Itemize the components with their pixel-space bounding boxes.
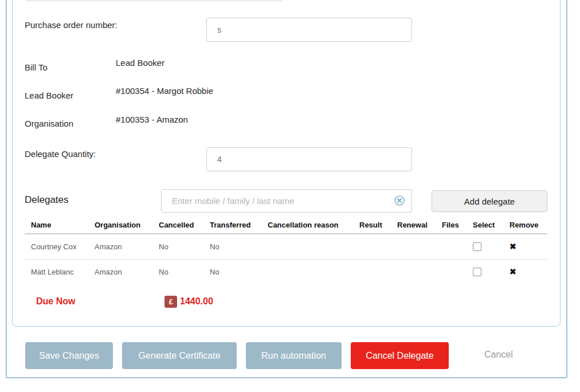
cell-cancellation-reason: [268, 234, 359, 259]
cell-result: [359, 234, 397, 259]
circled-x-clear-icon[interactable]: [394, 195, 405, 206]
col-header-cancellation-reason: Cancellation reason: [268, 217, 359, 234]
save-changes-button[interactable]: Save Changes: [25, 342, 113, 369]
cell-files: [442, 234, 473, 259]
add-delegate-button[interactable]: Add delegate: [432, 190, 547, 212]
due-now-amount: 1440.00: [180, 296, 213, 307]
delegates-table: Name Organisation Cancelled Transferred …: [25, 217, 547, 284]
lead-booker-value: #100354 - Margot Robbie: [116, 86, 213, 96]
col-header-cancelled: Cancelled: [159, 217, 210, 234]
currency-badge: £: [164, 296, 177, 308]
col-header-select: Select: [473, 217, 510, 234]
remove-delegate-icon[interactable]: ✖: [510, 267, 516, 276]
col-header-transferred: Transferred: [210, 217, 268, 234]
cell-renewal: [397, 259, 442, 284]
col-header-result: Result: [359, 217, 397, 234]
delegate-search: [161, 189, 412, 213]
cell-transferred: No: [210, 234, 268, 259]
remove-delegate-icon[interactable]: ✖: [510, 242, 516, 251]
cell-name: Matt Leblanc: [25, 259, 95, 284]
cell-cancellation-reason: [268, 259, 359, 284]
delegates-heading: Delegates: [25, 194, 69, 206]
cell-result: [359, 259, 397, 284]
delegate-row: Courtney Cox Amazon No No ✖: [25, 234, 547, 259]
col-header-name: Name: [25, 217, 95, 234]
delegate-row: Matt Leblanc Amazon No No ✖: [25, 259, 547, 284]
cell-organisation: Amazon: [95, 234, 159, 259]
cell-transferred: No: [210, 259, 268, 284]
organisation-label: Organisation: [25, 119, 73, 128]
delegate-quantity-label: Delegate Quantity:: [25, 149, 96, 159]
col-header-remove: Remove: [510, 217, 547, 234]
purchase-order-input[interactable]: [206, 18, 412, 42]
bill-to-value: Lead Booker: [116, 58, 164, 68]
cell-organisation: Amazon: [95, 259, 159, 284]
col-header-organisation: Organisation: [95, 217, 159, 234]
purchase-order-label: Purchase order number:: [25, 20, 117, 30]
cancel-link[interactable]: Cancel: [484, 350, 513, 360]
organisation-value: #100353 - Amazon: [116, 115, 188, 124]
cancel-delegate-button[interactable]: Cancel Delegate: [351, 342, 449, 369]
bill-to-label: Bill To: [25, 62, 48, 72]
col-header-renewal: Renewal: [397, 217, 442, 234]
cutoff-element-bottom-edge: [26, 0, 283, 1]
cell-renewal: [397, 234, 442, 259]
generate-certificate-button[interactable]: Generate Certificate: [122, 342, 237, 369]
cell-cancelled: No: [159, 259, 210, 284]
table-header-row: Name Organisation Cancelled Transferred …: [25, 217, 547, 234]
col-header-files: Files: [442, 217, 473, 234]
lead-booker-label: Lead Booker: [25, 91, 73, 100]
delegate-booking-screen: Purchase order number: Bill To Lead Book…: [0, 0, 580, 392]
cell-cancelled: No: [159, 234, 210, 259]
delegate-search-input[interactable]: [161, 189, 412, 213]
delegate-quantity-input[interactable]: [206, 147, 412, 171]
select-delegate-checkbox[interactable]: [473, 242, 481, 251]
due-now-label: Due Now: [36, 296, 75, 307]
cell-files: [442, 259, 473, 284]
cell-name: Courtney Cox: [25, 234, 95, 259]
select-delegate-checkbox[interactable]: [473, 268, 481, 276]
run-automation-button[interactable]: Run automation: [246, 342, 342, 369]
